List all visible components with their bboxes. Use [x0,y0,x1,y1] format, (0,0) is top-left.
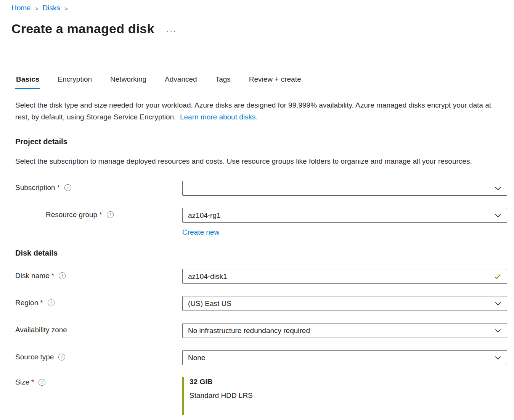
availability-zone-label: Availability zone [15,323,182,334]
required-asterisk: * [57,183,60,192]
title-row: Create a managed disk ··· [11,21,507,36]
region-dropdown-value: (US) East US [188,299,231,308]
availability-zone-dropdown[interactable]: No infrastructure redundancy required [182,323,507,338]
tab-tags[interactable]: Tags [215,73,231,89]
breadcrumb: Home > Disks > [11,3,507,12]
wizard-tabs: Basics Encryption Networking Advanced Ta… [15,73,507,89]
availability-zone-label-text: Availability zone [15,326,67,334]
breadcrumb-separator: > [35,5,39,12]
region-field-row: Region * i (US) East US [15,296,507,311]
source-type-field-row: Source type i None [15,350,507,365]
intro-text: Select the disk type and size needed for… [15,99,507,123]
resource-group-dropdown[interactable]: az104-rg1 [182,208,507,223]
subscription-info-icon[interactable]: i [64,184,71,191]
source-type-dropdown[interactable]: None [182,350,507,365]
resource-group-label-text: Resource group [46,211,97,219]
size-label-text: Size [15,378,29,386]
chevron-down-icon [495,300,501,307]
tab-encryption[interactable]: Encryption [57,73,93,89]
resource-group-label: Resource group * i [15,208,182,219]
required-asterisk: * [40,299,43,307]
required-asterisk: * [51,272,54,280]
tab-basics[interactable]: Basics [15,73,40,89]
tab-review-create[interactable]: Review + create [248,73,302,89]
source-type-label-text: Source type [15,353,54,361]
chevron-down-icon [495,185,501,192]
disk-name-input[interactable]: az104-disk1 [182,269,507,284]
more-options-icon[interactable]: ··· [167,23,177,35]
chevron-down-icon [495,354,501,361]
disk-details-heading: Disk details [15,249,507,257]
subscription-label: Subscription * i [15,181,182,192]
size-field-row: Size * i 32 GiB Standard HDD LRS [15,377,507,415]
tab-networking[interactable]: Networking [109,73,147,89]
region-dropdown[interactable]: (US) East US [182,296,507,311]
create-managed-disk-page: Home > Disks > Create a managed disk ···… [0,0,514,415]
source-type-label: Source type i [15,350,182,361]
disk-details-form: Disk name * i az104-disk1 Region [15,269,507,415]
breadcrumb-separator: > [64,5,68,12]
disk-name-field-row: Disk name * i az104-disk1 [15,269,507,284]
required-asterisk: * [31,378,34,386]
valid-check-icon [494,273,501,280]
availability-zone-dropdown-value: No infrastructure redundancy required [188,327,310,335]
subscription-field-row: Subscription * i [15,181,507,196]
field-connector-line [18,198,40,215]
subscription-label-text: Subscription [15,183,55,192]
create-new-resource-group-link[interactable]: Create new [182,228,219,237]
region-label-text: Region [15,299,38,307]
tab-content-basics: Select the disk type and size needed for… [15,99,507,415]
availability-zone-field-row: Availability zone No infrastructure redu… [15,323,507,338]
chevron-down-icon [495,212,501,219]
source-type-info-icon[interactable]: i [58,354,65,360]
chevron-down-icon [495,327,501,334]
size-value: 32 GiB [190,378,507,386]
page-title: Create a managed disk [11,21,154,36]
size-info-icon[interactable]: i [39,379,45,386]
breadcrumb-disks-link[interactable]: Disks [42,4,60,12]
required-asterisk: * [99,211,102,219]
disk-name-info-icon[interactable]: i [59,272,66,279]
tab-advanced[interactable]: Advanced [164,73,198,89]
size-summary-block: 32 GiB Standard HDD LRS [182,377,507,415]
disk-name-label-text: Disk name [15,272,50,280]
region-label: Region * i [15,296,182,307]
resource-group-field-row: Resource group * i az104-rg1 Create new [15,208,507,237]
learn-more-disks-link[interactable]: Learn more about disks. [180,113,258,121]
subscription-dropdown[interactable] [182,181,507,196]
disk-name-label: Disk name * i [15,269,182,280]
size-sku: Standard HDD LRS [190,391,507,400]
resource-group-info-icon[interactable]: i [107,211,114,218]
project-details-description: Select the subscription to manage deploy… [15,155,507,167]
project-details-heading: Project details [15,137,507,146]
project-details-form: Subscription * i Resource g [15,181,507,237]
region-info-icon[interactable]: i [48,299,55,306]
source-type-dropdown-value: None [188,354,205,362]
size-label: Size * i [15,377,182,386]
disk-name-input-value: az104-disk1 [188,272,227,281]
resource-group-dropdown-value: az104-rg1 [188,211,221,220]
breadcrumb-home-link[interactable]: Home [11,4,31,12]
